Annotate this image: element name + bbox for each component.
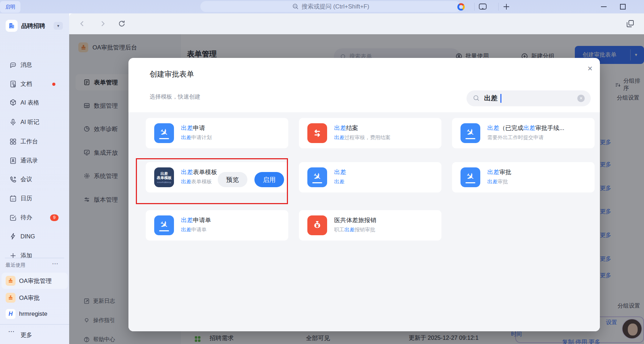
docs-unread-dot [52, 83, 55, 86]
template-card-travel-request[interactable]: ✈ 出差申请单 出差申请单 [146, 210, 288, 241]
template-search-input[interactable]: 出差 × [467, 90, 591, 106]
search-value: 出差 [484, 94, 498, 103]
new-tab-icon[interactable] [502, 0, 510, 13]
rail-item-docs[interactable]: 文档 [0, 79, 69, 89]
open-in-window-icon[interactable] [625, 18, 636, 29]
screencast-icon[interactable] [479, 0, 487, 13]
back-icon[interactable] [77, 18, 88, 29]
rail-item-ai-table[interactable]: AI 表格 [0, 97, 69, 108]
minimize-button[interactable] [600, 0, 608, 13]
recent-header: 最近使用 [6, 262, 25, 268]
forward-icon[interactable] [97, 18, 108, 29]
recent-item-oa[interactable]: OA审批 [1, 290, 68, 306]
app-window: 启明 AI 搜索或提问 (Ctrl+Shift+F) [0, 0, 644, 344]
clear-search-icon[interactable]: × [577, 95, 585, 102]
rail-item-ding[interactable]: DING [0, 231, 69, 242]
assistant-icon[interactable] [457, 0, 465, 13]
rail-divider [5, 258, 64, 258]
moneybag-icon [307, 215, 327, 235]
rail-item-messages[interactable]: 消息 [0, 60, 69, 70]
global-search-input[interactable]: AI 搜索或提问 (Ctrl+Shift+F) [200, 1, 461, 12]
maximize-button[interactable] [619, 0, 626, 13]
rail-item-workbench[interactable]: 工作台 [0, 136, 69, 147]
template-card-travel-completed[interactable]: ✈ 出差（已完成出差审批手续... 需要外出工作时提交申请 [452, 118, 595, 148]
app-tab[interactable]: 启明 [0, 1, 20, 13]
template-card-travel-close[interactable]: 出差结案 出差过程审核，费用结案 [299, 118, 441, 148]
search-icon [473, 95, 480, 102]
template-grid: ✈ 出差申请 出差申请计划 出差结案 出差过程审核，费用结案 ✈ 出差（已完成出… [128, 112, 600, 331]
text-cursor [500, 94, 501, 103]
app-rail: 品聘招聘 ▾ 消息 文档 AI 表格 AI 听记 工作台 通讯录 [0, 13, 69, 344]
global-search-placeholder: 搜索或提问 (Ctrl+Shift+F) [302, 2, 369, 11]
template-card-medical-reimburse[interactable]: 医共体差旅报销 职工出差报销审批 [299, 210, 441, 241]
org-caret-icon[interactable]: ▾ [54, 22, 63, 30]
plane-icon: ✈ [307, 167, 327, 187]
close-icon[interactable]: × [584, 63, 596, 74]
refresh-icon[interactable] [116, 18, 127, 29]
titlebar-separator [498, 3, 499, 11]
plane-icon: ✈ [461, 123, 480, 143]
org-switcher[interactable]: 品聘招聘 [6, 20, 45, 32]
recent-item-oa-admin[interactable]: OA审批管理 [1, 273, 68, 289]
rail-item-todo[interactable]: 待办 9 [0, 212, 69, 223]
template-card-travel-apply[interactable]: ✈ 出差申请 出差申请计划 [146, 118, 288, 148]
annotation-highlight-rect [136, 158, 288, 204]
ai-search-icon: AI [292, 3, 299, 10]
modal-subtitle: 选择模板，快速创建 [150, 93, 200, 101]
plane-icon: ✈ [461, 167, 480, 187]
rail-item-more[interactable]: ··· 更多 [0, 330, 69, 340]
create-form-modal: 创建审批表单 × 选择模板，快速创建 出差 × ✈ 出差申请 出差申请计划 [128, 58, 600, 331]
transfer-icon [307, 123, 327, 143]
rail-divider [0, 324, 69, 325]
org-logo-icon [6, 20, 18, 32]
template-card-travel[interactable]: ✈ 出差 出差 [299, 162, 441, 192]
titlebar-separator [474, 3, 475, 11]
stamp-icon [6, 276, 16, 286]
plane-icon: ✈ [154, 123, 174, 143]
titlebar: 启明 AI 搜索或提问 (Ctrl+Shift+F) [0, 0, 644, 13]
recent-item-hrm[interactable]: H hrmregiste [1, 306, 68, 322]
svg-text:27: 27 [12, 198, 14, 201]
rail-item-add[interactable]: 添加 [0, 250, 69, 261]
org-name: 品聘招聘 [21, 22, 45, 30]
todo-badge: 9 [50, 214, 59, 221]
plane-icon: ✈ [154, 215, 174, 235]
stamp-icon [6, 293, 16, 303]
rail-item-contacts[interactable]: 通讯录 [0, 155, 69, 166]
rail-item-ai-notes[interactable]: AI 听记 [0, 117, 69, 127]
rail-item-meeting[interactable]: 会议 [0, 174, 69, 185]
recent-more-icon[interactable]: ··· [52, 261, 59, 267]
rail-item-calendar[interactable]: 27 日历 [0, 193, 69, 204]
browser-chrome [69, 13, 644, 34]
hrm-logo-icon: H [6, 309, 16, 319]
modal-title: 创建审批表单 [150, 69, 194, 79]
svg-text:AI: AI [294, 5, 296, 7]
template-card-travel-approval[interactable]: ✈ 出差审批 出差审批 [452, 162, 595, 192]
